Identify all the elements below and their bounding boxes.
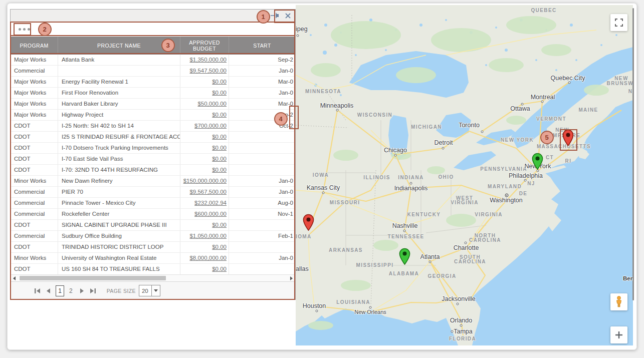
pegman-button[interactable] xyxy=(610,293,627,310)
map[interactable]: QUEBECMINNESOTAWISCONSINMICHIGANIOWAILLI… xyxy=(296,5,633,345)
budget-link[interactable]: $0.00 xyxy=(212,112,227,118)
city-dot xyxy=(394,154,397,157)
horizontal-scrollbar[interactable] xyxy=(11,274,295,281)
city-label: Nashville xyxy=(392,222,418,229)
table-row[interactable]: CommercialSudbury Office Building$1,050,… xyxy=(11,231,295,242)
city-label: Orlando xyxy=(450,317,472,324)
cell-project-name: US 160 SH 84 TO TREASURE FALLS xyxy=(58,264,180,274)
table-row[interactable]: CDOTI-70 Dotsero Truck Parking Improveme… xyxy=(11,143,295,154)
scroll-left-arrow[interactable] xyxy=(13,276,16,280)
budget-link[interactable]: $1,050,000.00 xyxy=(189,233,227,239)
table-row[interactable]: Major WorksEnergy Facility Renewal 1$0.0… xyxy=(11,77,295,88)
table-row[interactable]: Major WorksHighway Project$0.00Sep-2 xyxy=(11,110,295,121)
budget-link[interactable]: $9,567,500.00 xyxy=(189,189,227,195)
budget-link[interactable]: $0.00 xyxy=(212,79,227,85)
page-number-1[interactable]: 1 xyxy=(56,285,64,296)
city-dot xyxy=(505,194,509,197)
cell-start: Aug-0 xyxy=(229,198,295,208)
pin-icon[interactable] xyxy=(270,12,279,20)
cell-approved-budget: $0.00 xyxy=(180,77,229,87)
projects-dock-panel: PROGRAMPROJECT NAMEAPPROVED BUDGETSTART … xyxy=(10,9,296,300)
close-icon[interactable] xyxy=(283,12,292,20)
cell-program: Commercial xyxy=(11,209,58,219)
budget-link[interactable]: $0.00 xyxy=(212,222,227,228)
vertical-scrollbar[interactable] xyxy=(632,8,634,300)
state-label: TENNESSEE xyxy=(387,234,424,239)
page-size-dropdown-button[interactable] xyxy=(151,285,160,296)
budget-link[interactable]: $700,000.00 xyxy=(194,123,227,129)
cell-start xyxy=(229,242,295,252)
budget-link[interactable]: $0.00 xyxy=(212,90,227,96)
state-label: NJ xyxy=(527,181,535,186)
budget-link[interactable]: $0.00 xyxy=(212,134,227,140)
cell-program: Major Works xyxy=(11,99,58,109)
cell-start xyxy=(229,143,295,153)
cell-approved-budget: $700,000.00 xyxy=(180,121,229,131)
table-row[interactable]: Major WorksAtlanta Bank$1,350,000.00Sep-… xyxy=(11,55,295,66)
budget-link[interactable]: $150,000,000.00 xyxy=(183,178,227,184)
cell-program: CDOT xyxy=(11,121,58,131)
cell-approved-budget: $0.00 xyxy=(180,88,229,98)
table-row[interactable]: CDOTUS 160 SH 84 TO TREASURE FALLS$0.00 xyxy=(11,264,295,274)
city-label: Houston xyxy=(303,302,326,309)
column-header-program[interactable]: PROGRAM xyxy=(11,37,58,55)
column-header-project-name[interactable]: PROJECT NAME xyxy=(58,37,180,55)
budget-link[interactable]: $0.00 xyxy=(212,266,227,272)
budget-link[interactable]: $0.00 xyxy=(212,145,227,151)
city-label: Ben xyxy=(623,275,633,281)
cell-project-name: Pinnacle Tower - Mexico City xyxy=(58,198,180,208)
table-row[interactable]: Major WorksHarvard Baker Library$50,000.… xyxy=(11,99,295,110)
budget-link[interactable]: $600,000.00 xyxy=(194,211,227,217)
table-row[interactable]: Minor WorksNew Dawn Refinery$150,000,000… xyxy=(11,176,295,187)
cell-start: Mar-0 xyxy=(229,77,295,87)
more-options-button[interactable] xyxy=(16,24,33,35)
table-row[interactable]: CDOTI-70 East Side Vail Pass$0.00 xyxy=(11,154,295,165)
cell-start: Nov-1 xyxy=(229,209,295,219)
column-header-start[interactable]: START xyxy=(229,37,295,55)
map-marker-red[interactable] xyxy=(562,129,574,148)
table-row[interactable]: CDOTI25 S TRINIDAD RESURF & FRONTAGE ACC… xyxy=(11,132,295,143)
budget-link[interactable]: $0.00 xyxy=(212,156,227,162)
cell-program: CDOT xyxy=(11,242,58,252)
table-row[interactable]: CommercialPinnacle Tower - Mexico City$2… xyxy=(11,198,295,209)
table-row[interactable]: Minor WorksUniversity of Washington Real… xyxy=(11,253,295,264)
cell-project-name: TRINIDAD HISTORIC DISTRICT LOOP xyxy=(58,242,180,252)
table-row[interactable]: CommercialPIER 70$9,567,500.00Jan-0 xyxy=(11,187,295,198)
map-marker-red[interactable] xyxy=(303,214,314,233)
scrollbar-thumb[interactable] xyxy=(20,276,166,280)
scroll-right-arrow[interactable] xyxy=(290,276,293,280)
budget-link[interactable]: $0.00 xyxy=(212,244,227,250)
table-row[interactable]: Major WorksFirst Floor Renovation$0.00Ja… xyxy=(11,88,295,99)
cell-project-name: I-70: 32ND TO 44TH RESURFACING xyxy=(58,165,180,175)
table-row[interactable]: CDOTI-25 North: SH 402 to SH 14$700,000.… xyxy=(11,121,295,132)
state-label: MICHIGAN xyxy=(411,124,442,130)
last-page-button[interactable] xyxy=(89,287,97,295)
budget-link[interactable]: $232,002.94 xyxy=(194,200,227,206)
map-marker-green[interactable] xyxy=(532,153,543,172)
table-row[interactable]: CDOTSIGNAL CABINET UPGRADE PHASE III$0.0… xyxy=(11,220,295,231)
budget-link[interactable]: $0.00 xyxy=(212,167,227,173)
cell-project-name: University of Washington Real Estate xyxy=(58,253,180,263)
budget-link[interactable]: $50,000.00 xyxy=(197,101,227,107)
map-marker-green[interactable] xyxy=(399,248,410,267)
page-number-2[interactable]: 2 xyxy=(67,287,75,294)
cell-start xyxy=(229,165,295,175)
next-page-button[interactable] xyxy=(78,287,86,295)
page-numbers: 12 xyxy=(56,285,75,296)
table-row[interactable]: CommercialRockefeller Center$600,000.00N… xyxy=(11,209,295,220)
table-row[interactable]: CDOTI-70: 32ND TO 44TH RESURFACING$0.00 xyxy=(11,165,295,176)
cell-project-name xyxy=(58,66,180,76)
fullscreen-button[interactable] xyxy=(610,14,627,31)
city-dot xyxy=(481,131,484,133)
first-page-button[interactable] xyxy=(34,287,42,295)
page-size-select[interactable]: 20 xyxy=(139,285,160,296)
table-row[interactable]: Commercial$9,547,500.00Jan-0 xyxy=(11,66,295,77)
budget-link[interactable]: $9,547,500.00 xyxy=(189,68,227,74)
table-row[interactable]: CDOTTRINIDAD HISTORIC DISTRICT LOOP$0.00 xyxy=(11,242,295,253)
budget-link[interactable]: $8,000,000.00 xyxy=(189,255,227,261)
previous-page-button[interactable] xyxy=(45,287,53,295)
zoom-in-button[interactable] xyxy=(610,326,627,343)
screenshot-canvas: PROGRAMPROJECT NAMEAPPROVED BUDGETSTART … xyxy=(0,0,644,358)
column-header-approved-budget[interactable]: APPROVED BUDGET xyxy=(180,37,229,55)
budget-link[interactable]: $1,350,000.00 xyxy=(189,57,227,63)
